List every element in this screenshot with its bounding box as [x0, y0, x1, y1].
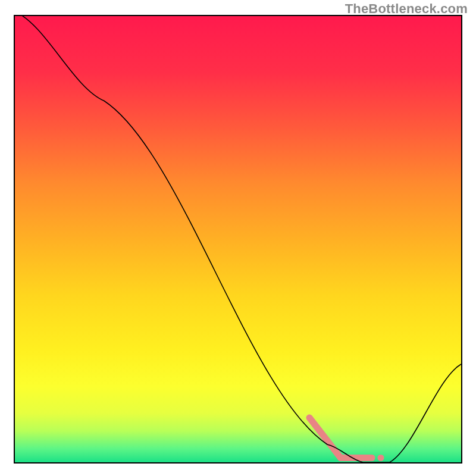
highlight-dot: [378, 455, 384, 461]
plot-area: [14, 15, 462, 464]
chart-container: TheBottleneck.com: [0, 0, 476, 476]
chart-svg: [15, 16, 461, 462]
